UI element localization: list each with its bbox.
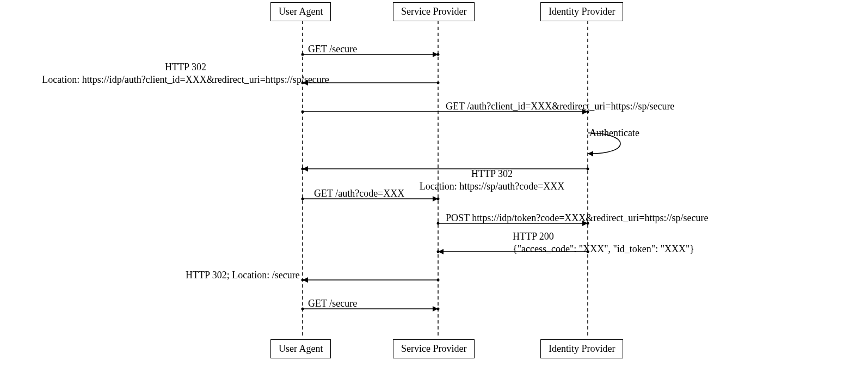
svg-point-25 (437, 279, 440, 282)
msg-200-token-line1: HTTP 200 (513, 230, 694, 243)
msg-get-auth-code: GET /auth?code=XXX (314, 187, 404, 200)
svg-point-7 (437, 82, 440, 84)
participant-user-agent-top: User Agent (270, 2, 331, 21)
participant-service-provider-bottom: Service Provider (393, 339, 475, 358)
msg-get-secure-1: GET /secure (308, 43, 357, 56)
svg-point-9 (301, 111, 304, 113)
msg-302-redirect-idp-line2: Location: https://idp/auth?client_id=XXX… (2, 74, 370, 86)
svg-point-15 (301, 198, 304, 200)
msg-302-redirect-sp-line2: Location: https://sp/auth?code=XXX (399, 180, 584, 193)
participant-user-agent-bottom: User Agent (270, 339, 331, 358)
msg-authenticate-self: Authenticate (589, 127, 639, 139)
msg-302-redirect-idp-line1: HTTP 302 (2, 61, 370, 74)
svg-point-16 (437, 198, 440, 200)
svg-point-3 (301, 53, 304, 56)
msg-get-auth-idp: GET /auth?client_id=XXX&redirect_uri=htt… (446, 100, 674, 113)
svg-point-4 (437, 53, 440, 56)
participant-service-provider-top: Service Provider (393, 2, 475, 21)
svg-point-13 (587, 168, 589, 170)
sequence-diagram: User Agent Service Provider Identity Pro… (0, 0, 868, 372)
msg-200-token-line2: {"access_code": "XXX", "id_token": "XXX"… (513, 243, 694, 255)
msg-302-redirect-sp: HTTP 302 Location: https://sp/auth?code=… (399, 168, 584, 192)
msg-302-redirect-idp: HTTP 302 Location: https://idp/auth?clie… (2, 61, 370, 86)
svg-point-28 (437, 308, 440, 310)
msg-post-token: POST https://idp/token?code=XXX&redirect… (446, 212, 708, 224)
svg-point-18 (437, 222, 440, 225)
svg-point-21 (437, 251, 440, 253)
svg-point-12 (301, 168, 304, 170)
msg-302-secure: HTTP 302; Location: /secure (186, 269, 300, 282)
msg-200-token: HTTP 200 {"access_code": "XXX", "id_toke… (513, 230, 694, 255)
svg-point-27 (301, 308, 304, 310)
msg-get-secure-2: GET /secure (308, 297, 357, 310)
participant-identity-provider-top: Identity Provider (540, 2, 623, 21)
msg-302-redirect-sp-line1: HTTP 302 (399, 168, 584, 180)
svg-point-24 (301, 279, 304, 282)
participant-identity-provider-bottom: Identity Provider (540, 339, 623, 358)
